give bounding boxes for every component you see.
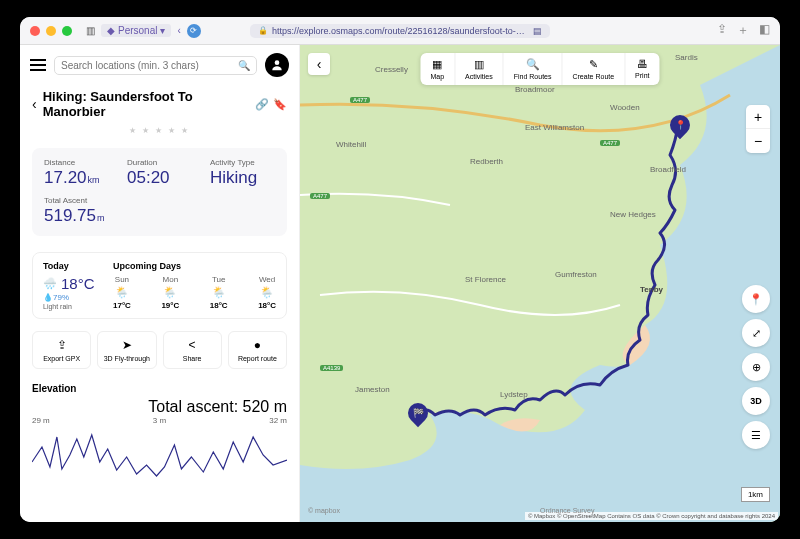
- svg-point-0: [275, 60, 280, 65]
- stat-activity: Activity Type Hiking: [210, 158, 275, 188]
- route-actions: ⇪Export GPX ➤3D Fly-through <Share ●Repo…: [32, 331, 287, 369]
- refresh-icon[interactable]: ⟳: [187, 24, 201, 38]
- back-icon[interactable]: ‹: [32, 96, 37, 112]
- map-collapse-button[interactable]: ‹: [308, 53, 330, 75]
- tab-activities[interactable]: ▥Activities: [455, 53, 504, 85]
- alert-icon: ●: [254, 338, 261, 352]
- map-canvas[interactable]: 📍 🏁 Cresselly Jeffreyston Broadmoor Pent…: [300, 45, 780, 522]
- elevation-mid: 3 m: [153, 416, 166, 425]
- place-label: New Hedges: [610, 210, 656, 219]
- map-scale: 1km: [741, 487, 770, 502]
- bookmark-icon[interactable]: 🔖: [273, 98, 287, 111]
- browser-window: ▥ ◆ Personal ▾ ‹ ⟳ 🔒 https://explore.osm…: [20, 17, 780, 522]
- new-tab-icon[interactable]: ＋: [737, 22, 749, 39]
- workspace-badge[interactable]: ◆ Personal ▾: [101, 24, 171, 37]
- rating-stars[interactable]: ★ ★ ★ ★ ★: [20, 123, 299, 138]
- menu-icon[interactable]: [30, 59, 46, 71]
- share-icon[interactable]: ⇪: [717, 22, 727, 39]
- place-label: Wooden: [610, 103, 640, 112]
- place-label: Gumfreston: [555, 270, 597, 279]
- place-label: Redberth: [470, 157, 503, 166]
- weather-day-tue: Tue🌦️18°C: [210, 275, 228, 310]
- sidebar: 🔍 ‹ Hiking: Saundersfoot To Manorbier 🔗 …: [20, 45, 300, 522]
- share-button[interactable]: <Share: [163, 331, 222, 369]
- maximize-window-button[interactable]: [62, 26, 72, 36]
- reader-icon[interactable]: ▤: [533, 26, 542, 36]
- user-icon: [270, 58, 284, 72]
- place-label: Sardis: [675, 53, 698, 62]
- report-button[interactable]: ●Report route: [228, 331, 287, 369]
- place-label: Cresselly: [375, 65, 408, 74]
- pencil-icon: ✎: [589, 58, 598, 71]
- map-toolbar: ▦Map ▥Activities 🔍Find Routes ✎Create Ro…: [420, 53, 659, 85]
- sidebar-topbar: 🔍: [20, 45, 299, 85]
- tab-find-routes[interactable]: 🔍Find Routes: [504, 53, 563, 85]
- tab-print[interactable]: 🖶Print: [625, 53, 659, 85]
- lock-icon: 🔒: [258, 26, 268, 35]
- map-svg: [300, 45, 780, 522]
- link-icon[interactable]: 🔗: [255, 98, 269, 111]
- place-label: St Florence: [465, 275, 506, 284]
- search-box[interactable]: 🔍: [54, 56, 257, 75]
- stats-box: Distance 17.20km Duration 05:20 Activity…: [32, 148, 287, 236]
- search-icon[interactable]: 🔍: [238, 60, 250, 71]
- place-label: Lydstep: [500, 390, 528, 399]
- fullscreen-button[interactable]: ⤢: [742, 319, 770, 347]
- tab-create-route[interactable]: ✎Create Route: [562, 53, 625, 85]
- place-label: Tenby: [640, 285, 663, 294]
- tabs-icon[interactable]: ◧: [759, 22, 770, 39]
- minimize-window-button[interactable]: [46, 26, 56, 36]
- share-icon: <: [189, 338, 196, 352]
- place-label: Broadfield: [650, 165, 686, 174]
- layers-button[interactable]: ☰: [742, 421, 770, 449]
- zoom-in-button[interactable]: +: [746, 105, 770, 129]
- tab-map[interactable]: ▦Map: [420, 53, 455, 85]
- route-title: Hiking: Saundersfoot To Manorbier: [43, 89, 249, 119]
- export-icon: ⇪: [57, 338, 67, 352]
- zoom-control: + −: [746, 105, 770, 153]
- export-gpx-button[interactable]: ⇪Export GPX: [32, 331, 91, 369]
- road-label: A477: [310, 193, 330, 199]
- weather-upcoming-label: Upcoming Days: [113, 261, 181, 271]
- nav-back-icon[interactable]: ‹: [177, 25, 180, 36]
- stat-ascent: Total Ascent 519.75m: [44, 196, 275, 226]
- url-text: https://explore.osmaps.com/route/2251612…: [272, 26, 529, 36]
- flythrough-button[interactable]: ➤3D Fly-through: [97, 331, 156, 369]
- elevation-chart[interactable]: [32, 427, 287, 477]
- elevation-end: 32 m: [269, 416, 287, 425]
- avatar[interactable]: [265, 53, 289, 77]
- elevation-title: Elevation: [32, 383, 76, 394]
- locate-button[interactable]: ⊕: [742, 353, 770, 381]
- map-side-controls: 📍 ⤢ ⊕ 3D ☰: [742, 285, 770, 449]
- search-input[interactable]: [61, 60, 238, 71]
- road-label: A477: [600, 140, 620, 146]
- address-bar[interactable]: 🔒 https://explore.osmaps.com/route/22516…: [250, 24, 550, 38]
- road-label: A477: [350, 97, 370, 103]
- weather-day-wed: Wed🌦️18°C: [258, 275, 276, 310]
- elevation-start: 29 m: [32, 416, 50, 425]
- pins-button[interactable]: 📍: [742, 285, 770, 313]
- stat-duration: Duration 05:20: [127, 158, 192, 188]
- titlebar: ▥ ◆ Personal ▾ ‹ ⟳ 🔒 https://explore.osm…: [20, 17, 780, 45]
- zoom-out-button[interactable]: −: [746, 129, 770, 153]
- elevation-total: Total ascent: 520 m: [32, 398, 287, 416]
- place-label: Jameston: [355, 385, 390, 394]
- cloud-icon: 🌦️: [115, 286, 129, 299]
- elevation-section: Elevation Total ascent: 520 m 29 m 3 m 3…: [32, 383, 287, 477]
- content: 🔍 ‹ Hiking: Saundersfoot To Manorbier 🔗 …: [20, 45, 780, 522]
- weather-day-sun: Sun🌦️17°C: [113, 275, 131, 310]
- rain-icon: 🌧️: [43, 277, 57, 290]
- close-window-button[interactable]: [30, 26, 40, 36]
- search-icon: 🔍: [526, 58, 540, 71]
- weather-day-mon: Mon🌦️19°C: [161, 275, 179, 310]
- chart-icon: ▥: [474, 58, 484, 71]
- 3d-button[interactable]: 3D: [742, 387, 770, 415]
- titlebar-right: ⇪ ＋ ◧: [717, 22, 770, 39]
- sidebar-toggle-icon[interactable]: ▥: [86, 25, 95, 36]
- place-label: East Williamston: [525, 123, 584, 132]
- weather-box: Today Upcoming Days 🌧️ 18°C 💧79% Light r…: [32, 252, 287, 319]
- road-label: A4139: [320, 365, 343, 371]
- cloud-icon: 🌦️: [260, 286, 274, 299]
- navigation-icon: ➤: [122, 338, 132, 352]
- weather-days: Sun🌦️17°C Mon🌦️19°C Tue🌦️18°C Wed🌦️18°C: [113, 275, 276, 310]
